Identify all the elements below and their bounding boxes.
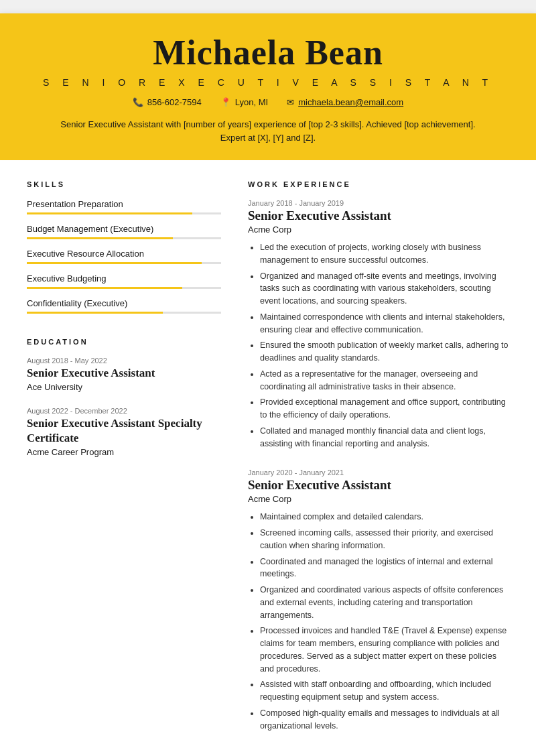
work-bullet: Collated and managed monthly financial d… (260, 425, 509, 450)
location-item: 📍 Lyon, MI (220, 97, 268, 107)
work-title: Senior Executive Assistant (248, 478, 509, 493)
education-section-title: EDUCATION (27, 338, 221, 346)
work-company: Acme Corp (248, 225, 509, 235)
skill-bar-bg (27, 237, 221, 239)
work-bullet: Organized and coordinated various aspect… (260, 584, 509, 621)
skill-bar-bg (27, 262, 221, 264)
skill-name: Presentation Preparation (27, 199, 221, 209)
email-item: ✉ michaela.bean@email.com (287, 97, 403, 107)
work-dates: January 2020 - January 2021 (248, 468, 509, 477)
work-title: Senior Executive Assistant (248, 208, 509, 223)
work-bullet: Coordinated and managed the logistics of… (260, 556, 509, 581)
contact-info: 📞 856-602-7594 📍 Lyon, MI ✉ michaela.bea… (13, 97, 523, 107)
location-text: Lyon, MI (235, 97, 268, 107)
skill-bar-fill (27, 262, 202, 264)
phone-item: 📞 856-602-7594 (133, 97, 202, 107)
work-bullet: Processed invoices and handled T&E (Trav… (260, 625, 509, 675)
work-dates: January 2018 - January 2019 (248, 199, 509, 207)
work-bullet: Screened incoming calls, assessed their … (260, 527, 509, 552)
skills-list: Presentation Preparation Budget Manageme… (27, 199, 221, 314)
skill-name: Confidentiality (Executive) (27, 298, 221, 308)
skill-item: Budget Management (Executive) (27, 224, 221, 239)
work-bullets-list: Led the execution of projects, working c… (248, 241, 509, 450)
skill-name: Executive Resource Allocation (27, 249, 221, 259)
edu-degree: Senior Executive Assistant Specialty Cer… (27, 416, 221, 446)
education-section: EDUCATION August 2018 - May 2022 Senior … (27, 338, 221, 457)
skill-item: Presentation Preparation (27, 199, 221, 214)
work-entry: January 2018 - January 2019 Senior Execu… (248, 199, 509, 450)
summary-text: Senior Executive Assistant with [number … (60, 118, 476, 144)
work-bullet: Organized and managed off-site events an… (260, 270, 509, 308)
skill-bar-fill (27, 312, 163, 314)
edu-institution: Ace University (27, 382, 221, 392)
skill-bar-bg (27, 312, 221, 314)
work-section-title: WORK EXPERIENCE (248, 180, 509, 188)
location-icon: 📍 (220, 97, 231, 107)
phone-number: 856-602-7594 (147, 97, 202, 107)
work-bullet: Provided exceptional management and offi… (260, 396, 509, 422)
edu-institution: Acme Career Program (27, 447, 221, 457)
skill-item: Executive Budgeting (27, 273, 221, 289)
work-bullet: Acted as a representative for the manage… (260, 368, 509, 393)
left-column: SKILLS Presentation Preparation Budget M… (27, 180, 221, 751)
skill-item: Confidentiality (Executive) (27, 298, 221, 314)
candidate-name: Michaela Bean (13, 34, 523, 72)
email-icon: ✉ (287, 97, 294, 107)
skills-section: SKILLS Presentation Preparation Budget M… (27, 180, 221, 314)
work-bullet: Maintained correspondence with clients a… (260, 311, 509, 336)
education-entry: August 2022 - December 2022 Senior Execu… (27, 407, 221, 457)
skills-section-title: SKILLS (27, 180, 221, 188)
skill-bar-bg (27, 287, 221, 289)
work-list: January 2018 - January 2019 Senior Execu… (248, 199, 509, 732)
phone-icon: 📞 (133, 97, 143, 107)
edu-dates: August 2022 - December 2022 (27, 407, 221, 415)
header-section: Michaela Bean S e n i o r E x e c u t i … (0, 13, 536, 160)
skill-item: Executive Resource Allocation (27, 249, 221, 264)
right-column: WORK EXPERIENCE January 2018 - January 2… (248, 180, 509, 751)
work-company: Acme Corp (248, 494, 509, 504)
skill-bar-fill (27, 237, 173, 239)
work-bullet: Led the execution of projects, working c… (260, 241, 509, 267)
work-bullet: Maintained complex and detailed calendar… (260, 511, 509, 523)
education-list: August 2018 - May 2022 Senior Executive … (27, 357, 221, 457)
work-bullet: Assisted with staff onboarding and offbo… (260, 678, 509, 704)
work-bullet: Ensured the smooth publication of weekly… (260, 339, 509, 365)
edu-dates: August 2018 - May 2022 (27, 357, 221, 365)
work-bullets-list: Maintained complex and detailed calendar… (248, 511, 509, 732)
resume-page: Michaela Bean S e n i o r E x e c u t i … (0, 13, 536, 756)
skill-bar-fill (27, 287, 182, 289)
edu-degree: Senior Executive Assistant (27, 366, 221, 381)
skill-name: Budget Management (Executive) (27, 224, 221, 234)
skill-bar-fill (27, 212, 192, 214)
skill-name: Executive Budgeting (27, 273, 221, 284)
skill-bar-bg (27, 212, 221, 214)
work-bullet: Composed high-quality emails and message… (260, 707, 509, 733)
education-entry: August 2018 - May 2022 Senior Executive … (27, 357, 221, 392)
work-entry: January 2020 - January 2021 Senior Execu… (248, 468, 509, 732)
email-address: michaela.bean@email.com (298, 97, 403, 107)
body-section: SKILLS Presentation Preparation Budget M… (0, 160, 536, 756)
candidate-title: S e n i o r E x e c u t i v e A s s i s … (13, 77, 523, 88)
